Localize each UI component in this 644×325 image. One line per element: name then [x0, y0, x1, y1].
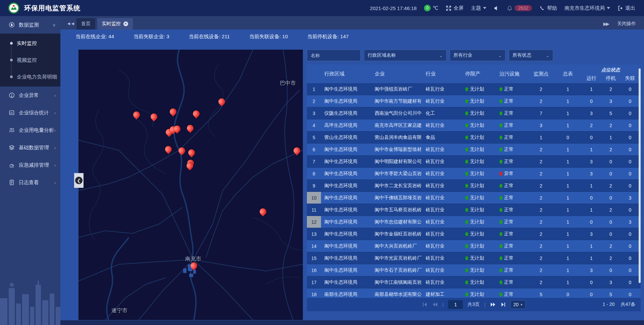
map-panel[interactable]: 巴中市南充市遂宁市	[78, 50, 303, 320]
table-row[interactable]: 12阆中生态环境局阆中市忠信建材有限公砖瓦行业无计划正常21003	[307, 216, 641, 228]
status-dot-icon	[465, 292, 468, 296]
logout-button[interactable]: 退出	[618, 5, 635, 11]
cell-stop-status: 无计划	[462, 119, 496, 131]
map-collapse-toggle[interactable]: ❮	[74, 173, 84, 188]
row-number-cell: 6	[307, 144, 321, 155]
tabs-scroll-right-icon[interactable]: ▶▶	[603, 21, 608, 26]
chevron-down-icon	[607, 7, 610, 9]
cell-meters: 1	[555, 264, 581, 276]
cell-company: 阆中市忠信建材有限公	[371, 216, 422, 228]
pager-divider: |	[442, 302, 443, 307]
sidebar-item-group-5[interactable]: 应急减排管理‹	[0, 156, 60, 174]
chevron-left-icon: ‹	[54, 93, 56, 98]
cell-company: 阆中大兴页岩机砖厂	[371, 240, 422, 252]
table-row[interactable]: 5营山生态环境局营山县润丰肉食品有限食品无计划正常10010	[307, 131, 641, 144]
table-row[interactable]: 9阆中生态环境局阆中市二龙长宝页岩砖砖瓦行业无计划正常21120	[307, 180, 641, 192]
table-row[interactable]: 1阆中生态环境局阆中强锐页岩砖厂砖瓦行业无计划正常21120	[307, 83, 641, 95]
table-row[interactable]: 15阆中生态环境局阆中市光富页岩机砖厂砖瓦行业无计划正常21120	[307, 252, 641, 264]
status-text: 正常	[504, 291, 514, 297]
cell-stop-status: 无计划	[462, 204, 496, 216]
cell-meters: 1	[555, 168, 581, 179]
cell-company: 阆中明阳建材有限公司	[371, 156, 422, 167]
sidebar-item-group-2[interactable]: 企业综合统计‹	[0, 104, 60, 121]
status-text: 无计划	[470, 134, 484, 141]
theme-dropdown[interactable]: 主题	[471, 5, 486, 11]
cell-lost: 0	[620, 168, 641, 179]
emergency-icon	[9, 162, 15, 168]
tabs-scroll-left-icon[interactable]: ◄◄	[66, 21, 74, 26]
industry-filter-select[interactable]: 所有行业 ⌄	[450, 50, 505, 61]
status-text: 正常	[504, 122, 514, 128]
cell-industry: 砖瓦行业	[422, 240, 462, 252]
notification-area[interactable]: 2632	[507, 5, 532, 11]
status-text: 无计划	[470, 195, 484, 201]
name-filter-input[interactable]	[307, 50, 361, 61]
cell-run: 3	[581, 264, 602, 276]
sidebar-subitem-视频监控[interactable]: 视频监控	[0, 52, 60, 68]
region-filter-select[interactable]: 行政区域名称 ⌄	[364, 50, 446, 61]
cell-company: 阆中市五马桥页岩机砖	[371, 204, 422, 216]
tab-realtime-monitor[interactable]: 实时监控 ✕	[97, 18, 133, 30]
cell-industry: 砖瓦行业	[422, 228, 462, 240]
sidebar-item-group-3[interactable]: 企业用电量分析‹	[0, 121, 60, 139]
table-row[interactable]: 10阆中生态环境局阆中千佛镇五郎垭页岩砖瓦行业无计划正常21003	[307, 192, 641, 204]
table-row[interactable]: 18南部生态环境局南部县砌华水泥有限公建材加工无计划正常50050	[307, 288, 641, 298]
cell-facility-status: 正常	[496, 216, 527, 228]
chevron-left-icon: ‹	[54, 128, 56, 133]
prev-page-icon[interactable]	[432, 302, 437, 307]
stat-当前在线企业: 当前在线企业: 44	[75, 34, 114, 40]
cell-stop-status: 无计划	[462, 156, 496, 167]
status-dot-icon	[499, 232, 502, 236]
cell-industry: 食品	[422, 131, 462, 143]
sidebar-item-group-1[interactable]: 企业异常‹	[0, 87, 60, 104]
main-content: 当前在线企业: 44当前失联企业: 3当前在线设备: 211当前失联设备: 10…	[60, 30, 644, 325]
col-lost: 失联	[620, 73, 641, 83]
row-number-cell: 12	[307, 216, 321, 228]
last-page-icon[interactable]	[500, 302, 505, 307]
cell-run: 0	[581, 288, 602, 298]
status-text: 正常	[504, 255, 514, 261]
status-filter-select[interactable]: 所有状态 ⌄	[509, 50, 553, 61]
sidebar-item-data-monitor[interactable]: 数据监测∨	[0, 16, 60, 34]
next-page-icon[interactable]	[490, 302, 495, 307]
table-row[interactable]: 2阆中生态环境局阆中市南方节能建材有砖瓦行业无计划正常21030	[307, 95, 641, 107]
page-size-select[interactable]: 20 ▾	[510, 300, 525, 309]
cell-region: 阆中生态环境局	[321, 264, 371, 276]
table-row[interactable]: 8阆中生态环境局阆中市枣碧大梁山页岩砖瓦行业无计划异常21300	[307, 168, 641, 180]
org-label: 南充市生态环境局	[565, 5, 605, 11]
table-row[interactable]: 17阆中生态环境局阆中市江南镇阆南页岩砖瓦行业无计划正常21030	[307, 276, 641, 288]
sidebar-item-group-6[interactable]: 日志查看‹	[0, 174, 60, 191]
table-row[interactable]: 6阆中生态环境局阆中市金博瑞新型墙材砖瓦行业无计划正常21120	[307, 144, 641, 156]
table-row[interactable]: 7阆中生态环境局阆中明阳建材有限公司砖瓦行业无计划正常21300	[307, 156, 641, 168]
table-row[interactable]: 11阆中生态环境局阆中市五马桥页岩机砖砖瓦行业无计划正常21120	[307, 204, 641, 216]
sidebar-item-label: 基础数据管理	[19, 145, 49, 151]
status-text: 正常	[504, 243, 514, 249]
sidebar-item-group-4[interactable]: 基础数据管理‹	[0, 139, 60, 156]
table-scrollbar[interactable]	[639, 68, 641, 283]
speaker-icon[interactable]	[494, 5, 499, 11]
table-row[interactable]: 13阆中生态环境局阆中市金福旺页岩机砖砖瓦行业无计划正常21300	[307, 228, 641, 240]
cell-halt: 3	[602, 276, 620, 288]
cell-lost: 0	[620, 144, 641, 155]
cell-stop-status: 无计划	[462, 216, 496, 228]
close-operations-button[interactable]: 关闭操作	[617, 21, 636, 27]
sidebar-subitem-实时监控[interactable]: 实时监控	[0, 35, 60, 52]
table-row[interactable]: 14阆中生态环境局阆中大兴页岩机砖厂砖瓦行业无计划正常21120	[307, 240, 641, 252]
fullscreen-button[interactable]: 全屏	[446, 5, 464, 11]
tab-home[interactable]: 首页	[76, 18, 95, 30]
table-row[interactable]: 16阆中生态环境局阆中市石子页岩机砖厂砖瓦行业无计划正常21300	[307, 264, 641, 276]
cell-meters: 1	[555, 107, 581, 119]
cell-facility-status: 正常	[496, 192, 527, 204]
table-row[interactable]: 4高坪生态环境局南充市高坪区王家店建砖瓦行业无计划正常31220	[307, 119, 641, 131]
current-page-input[interactable]: 1	[448, 300, 463, 309]
sidebar-subitem-企业电力负荷明细[interactable]: 企业电力负荷明细	[0, 68, 60, 85]
cell-facility-status: 正常	[496, 144, 527, 155]
row-number-cell: 4	[307, 119, 321, 131]
org-dropdown[interactable]: 南充市生态环境局	[565, 5, 610, 11]
tab-realtime-label: 实时监控	[102, 21, 121, 27]
help-button[interactable]: 帮助	[539, 5, 557, 11]
table-row[interactable]: 3仪陇生态环境局西南油气田分公司川中化工无计划正常71350	[307, 107, 641, 119]
first-page-icon[interactable]	[422, 302, 427, 307]
chevron-left-icon: ❮	[75, 177, 83, 184]
tab-close-icon[interactable]: ✕	[123, 21, 128, 26]
